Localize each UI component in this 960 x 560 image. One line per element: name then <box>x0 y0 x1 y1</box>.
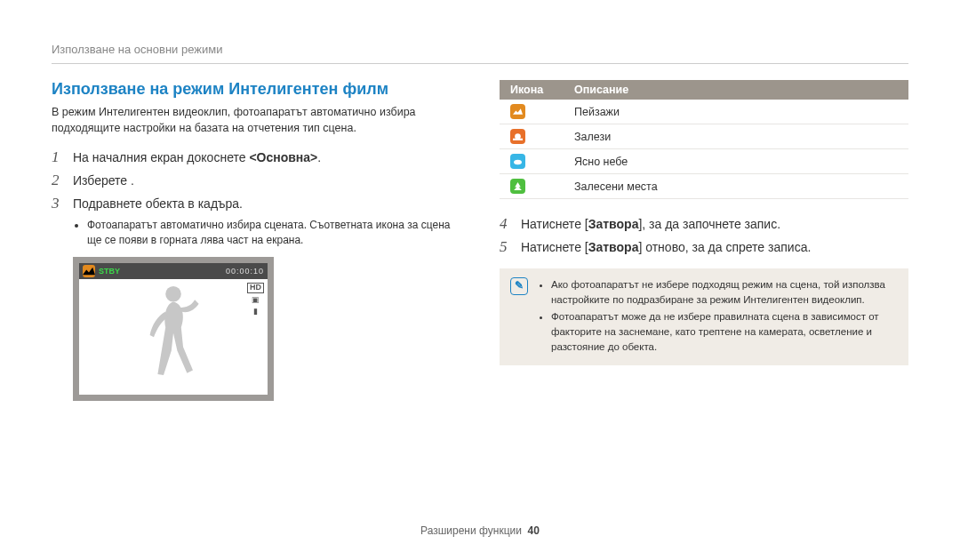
row-label: Залези <box>564 124 908 149</box>
step-number: 2 <box>52 172 64 189</box>
step-3: 3 Подравнете обекта в кадъра. <box>52 195 460 212</box>
divider <box>52 63 908 64</box>
row-label: Ясно небе <box>564 149 908 174</box>
left-column: Използване на режим Интелигентен филм В … <box>52 80 460 401</box>
step-2-text: Изберете . <box>73 173 134 188</box>
step-5-pre: Натиснете [ <box>521 240 588 254</box>
svg-rect-2 <box>513 139 523 140</box>
landscape-icon <box>83 265 95 277</box>
forest-icon <box>510 179 525 194</box>
step-4-post: ], за да започнете запис. <box>638 217 780 231</box>
skater-silhouette <box>142 282 204 383</box>
preview-topbar: STBY 00:00:10 <box>79 263 268 279</box>
footer-label: Разширени функции <box>420 524 522 537</box>
table-row: Ясно небе <box>500 149 908 174</box>
step-4-pre: Натиснете [ <box>521 217 588 231</box>
step-4: 4 Натиснете [Затвора], за да започнете з… <box>500 215 908 233</box>
step-number: 3 <box>52 195 64 212</box>
step-1: 1 На началния екран докоснете <Основна>. <box>52 148 460 166</box>
step-2: 2 Изберете . <box>52 172 460 189</box>
section-title: Използване на режим Интелигентен филм <box>52 80 460 99</box>
note-box: ✎ Ако фотоапаратът не избере подходящ ре… <box>500 268 908 365</box>
step-1-post: . <box>317 150 321 164</box>
right-column: Икона Описание Пейзажи Залези <box>500 80 908 401</box>
note-icon: ✎ <box>510 277 528 295</box>
table-row: Залесени места <box>500 174 908 199</box>
step-4-bold: Затвора <box>588 217 639 231</box>
camera-preview: STBY 00:00:10 HD ▣ ▮ <box>73 257 274 401</box>
hd-badge: HD <box>247 283 264 293</box>
step-5: 5 Натиснете [Затвора] отново, за да спре… <box>500 238 908 256</box>
note-bullet-1: Ако фотоапаратът не избере подходящ режи… <box>551 277 898 307</box>
step-number: 5 <box>500 238 512 256</box>
th-desc: Описание <box>564 80 908 100</box>
timer-label: 00:00:10 <box>226 267 264 276</box>
step-3-sub: Фотоапаратът автоматично избира сцената.… <box>87 218 460 248</box>
preview-side-icons: HD ▣ ▮ <box>247 283 264 316</box>
exposure-icon: ▣ <box>252 296 260 305</box>
table-row: Пейзажи <box>500 100 908 124</box>
stby-label: STBY <box>99 267 120 276</box>
step-5-bold: Затвора <box>588 240 639 254</box>
th-icon: Икона <box>500 80 564 100</box>
page-footer: Разширени функции 40 <box>0 524 960 537</box>
sunset-icon <box>510 129 525 144</box>
clear-sky-icon <box>510 154 525 169</box>
page-number: 40 <box>528 524 540 537</box>
row-label: Пейзажи <box>564 100 908 124</box>
landscape-icon <box>510 104 525 119</box>
step-3-text: Подравнете обекта в кадъра. <box>73 196 243 211</box>
step-number: 4 <box>500 215 512 233</box>
step-1-pre: На началния екран докоснете <box>73 150 249 164</box>
step-1-bold: <Основна> <box>249 150 317 164</box>
scene-icon-table: Икона Описание Пейзажи Залези <box>500 80 908 199</box>
svg-point-0 <box>165 286 181 302</box>
step-number: 1 <box>52 148 64 166</box>
svg-point-3 <box>514 160 522 165</box>
table-row: Залези <box>500 124 908 149</box>
intro-text: В режим Интелигентен видеоклип, фотоапар… <box>52 104 460 136</box>
battery-icon: ▮ <box>253 308 258 316</box>
note-bullet-2: Фотоапаратът може да не избере правилнат… <box>551 309 898 354</box>
row-label: Залесени места <box>564 174 908 199</box>
running-header: Използване на основни режими <box>52 43 908 56</box>
step-5-post: ] отново, за да спрете записа. <box>638 240 811 254</box>
